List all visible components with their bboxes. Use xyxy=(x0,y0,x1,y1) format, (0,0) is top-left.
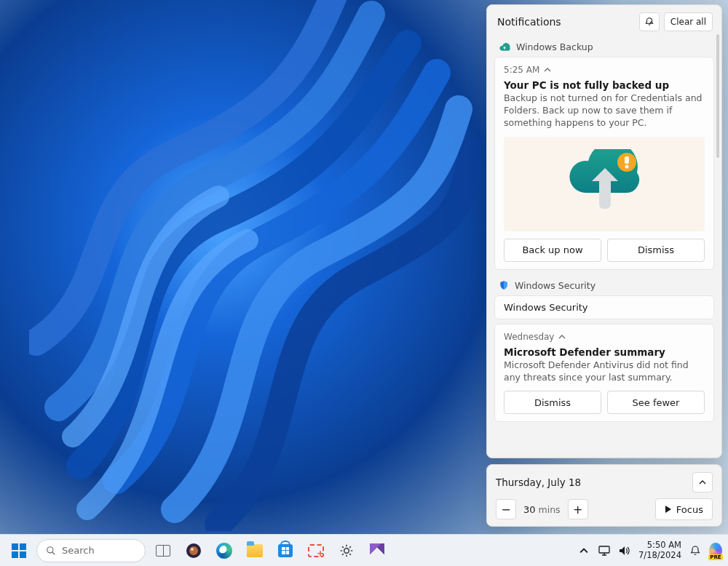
calendar-date[interactable]: Thursday, July 18 xyxy=(496,477,581,488)
chevron-up-icon xyxy=(558,333,566,340)
clear-all-button[interactable]: Clear all xyxy=(664,12,713,31)
search-placeholder: Search xyxy=(62,545,95,556)
focus-label: Focus xyxy=(676,504,703,515)
tray-volume-icon[interactable] xyxy=(618,544,631,557)
notification-header: Notifications Clear all xyxy=(487,5,721,37)
chevron-up-icon xyxy=(579,546,588,555)
backup-now-button[interactable]: Back up now xyxy=(504,239,601,262)
notification-center: Notifications Clear all Windows Backup 5… xyxy=(486,4,722,458)
svg-point-6 xyxy=(189,546,198,555)
snip-icon xyxy=(308,544,324,557)
folder-icon xyxy=(247,544,263,557)
monitor-icon xyxy=(598,546,610,556)
group-app-name: Windows Security xyxy=(515,280,596,291)
cloud-backup-icon xyxy=(499,43,510,52)
speaker-icon xyxy=(619,546,630,556)
chevron-up-icon xyxy=(544,66,551,73)
focus-duration-stepper: − 30 mins + xyxy=(496,499,588,519)
settings-button[interactable] xyxy=(333,538,360,564)
see-fewer-button[interactable]: See fewer xyxy=(607,391,705,414)
notification-hero-image xyxy=(504,137,705,231)
taskbar-search[interactable]: Search xyxy=(36,539,146,562)
svg-rect-9 xyxy=(599,546,609,553)
focus-minutes-unit: mins xyxy=(539,504,561,515)
tray-vm-icon[interactable] xyxy=(598,544,611,557)
visual-studio-button[interactable] xyxy=(364,538,390,564)
notification-time: Wednesday xyxy=(504,332,554,342)
microsoft-store-button[interactable] xyxy=(272,538,298,564)
notification-time: 5:25 AM xyxy=(504,65,539,75)
wallpaper-bloom xyxy=(29,0,480,531)
shield-icon xyxy=(499,280,509,290)
copilot-badge: PRE xyxy=(708,554,722,560)
widgets-icon xyxy=(186,543,202,559)
gear-icon xyxy=(339,543,354,558)
notification-heading: Your PC is not fully backed up xyxy=(504,79,705,91)
edge-button[interactable] xyxy=(211,538,237,564)
search-icon xyxy=(46,546,56,556)
notification-subheader[interactable]: Windows Security xyxy=(494,295,714,319)
notification-body: Microsoft Defender Antivirus did not fin… xyxy=(504,359,705,384)
edge-icon xyxy=(216,543,232,559)
clock-time: 5:50 AM xyxy=(638,541,681,550)
calendar-flyout: Thursday, July 18 − 30 mins + Focus xyxy=(486,464,722,527)
svg-point-4 xyxy=(47,546,53,552)
notification-card-security[interactable]: Wednesday Microsoft Defender summary Mic… xyxy=(494,324,714,423)
svg-point-2 xyxy=(625,165,629,169)
notification-group-backup[interactable]: Windows Backup xyxy=(493,37,716,57)
store-icon xyxy=(278,544,293,557)
group-app-name: Windows Backup xyxy=(516,41,593,52)
file-explorer-button[interactable] xyxy=(242,538,268,564)
svg-point-8 xyxy=(344,548,349,553)
calendar-expand-button[interactable] xyxy=(692,472,713,493)
focus-increase-button[interactable]: + xyxy=(568,499,588,519)
notification-list: Windows Backup 5:25 AM Your PC is not fu… xyxy=(487,37,721,458)
svg-point-7 xyxy=(191,548,194,551)
chevron-up-icon xyxy=(699,479,706,486)
notification-title: Notifications xyxy=(497,16,561,28)
notification-body: Backup is not turned on for Credentials … xyxy=(504,92,705,129)
focus-start-button[interactable]: Focus xyxy=(655,498,713,520)
focus-minutes-value: 30 xyxy=(523,504,536,515)
task-view-icon xyxy=(156,545,170,557)
panel-scrollbar[interactable] xyxy=(716,34,719,158)
tray-overflow-button[interactable] xyxy=(577,544,590,557)
start-button[interactable] xyxy=(6,538,32,564)
dismiss-button[interactable]: Dismiss xyxy=(504,391,601,414)
do-not-disturb-button[interactable] xyxy=(639,12,660,31)
bell-icon xyxy=(689,545,701,557)
windows-logo-icon xyxy=(12,543,26,558)
dismiss-button[interactable]: Dismiss xyxy=(607,239,705,262)
notification-group-security[interactable]: Windows Security xyxy=(493,276,716,295)
taskbar: Search 5:50 AM xyxy=(0,534,728,566)
widgets-button[interactable] xyxy=(181,538,207,564)
copilot-button[interactable]: PRE xyxy=(709,544,722,557)
svg-rect-1 xyxy=(625,156,629,164)
copilot-icon: PRE xyxy=(709,543,722,559)
notification-heading: Microsoft Defender summary xyxy=(504,346,705,358)
focus-decrease-button[interactable]: − xyxy=(496,499,516,519)
task-view-button[interactable] xyxy=(150,538,176,564)
visual-studio-icon xyxy=(370,543,384,558)
notification-bell-button[interactable] xyxy=(689,544,702,557)
notification-card-backup[interactable]: 5:25 AM Your PC is not fully backed up B… xyxy=(494,57,714,270)
play-icon xyxy=(665,506,672,513)
snipping-tool-button[interactable] xyxy=(303,538,329,564)
clock-date: 7/18/2024 xyxy=(638,551,681,560)
dnd-icon xyxy=(644,17,654,27)
taskbar-clock[interactable]: 5:50 AM 7/18/2024 xyxy=(638,541,681,559)
